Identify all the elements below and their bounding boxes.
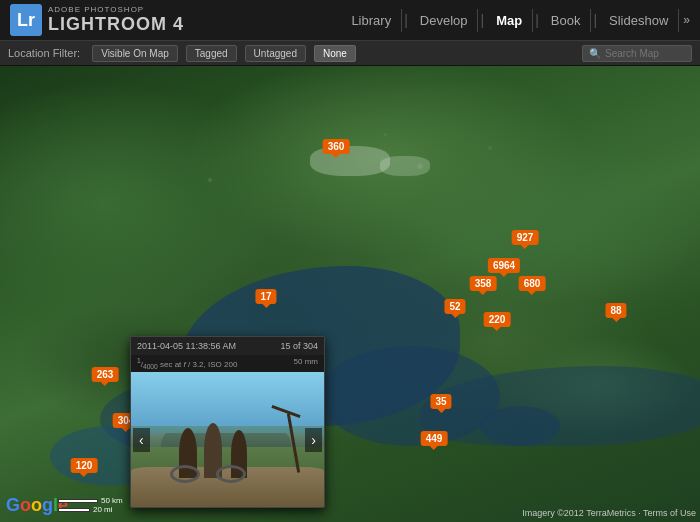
map-pin-35[interactable]: 35	[430, 394, 451, 409]
scale-line-mi	[58, 508, 90, 512]
popup-focal: 50 mm	[294, 357, 318, 370]
photo-popup: 2011-04-05 11:38:56 AM 15 of 304 1/4000 …	[130, 336, 325, 508]
popup-prev-button[interactable]: ‹	[133, 428, 150, 452]
filter-visible-on-map[interactable]: Visible On Map	[92, 45, 178, 62]
scale-bar: 50 km 20 mi	[58, 496, 123, 514]
map-pin-449[interactable]: 449	[421, 431, 448, 446]
popup-header: 2011-04-05 11:38:56 AM 15 of 304	[131, 337, 324, 355]
top-bar: Lr ADOBE PHOTOSHOP LIGHTROOM 4 Library |…	[0, 0, 700, 40]
map-pin-358[interactable]: 358	[470, 276, 497, 291]
map-pin-52[interactable]: 52	[444, 299, 465, 314]
adobe-label: ADOBE PHOTOSHOP	[48, 5, 184, 14]
google-og: g	[42, 495, 53, 515]
filter-label: Location Filter:	[8, 47, 80, 59]
nav-sep-4: |	[591, 12, 599, 28]
map-pin-680[interactable]: 680	[519, 276, 546, 291]
filter-tagged[interactable]: Tagged	[186, 45, 237, 62]
nav-menu: Library | Develop | Map | Book | Slidesh…	[341, 9, 690, 32]
scale-row-km: 50 km	[58, 496, 123, 505]
map-pin-120[interactable]: 120	[71, 458, 98, 473]
app-title-area: ADOBE PHOTOSHOP LIGHTROOM 4	[48, 5, 184, 35]
scale-label-km: 50 km	[101, 496, 123, 505]
map-pin-6964[interactable]: 6964	[488, 258, 520, 273]
popup-next-button[interactable]: ›	[305, 428, 322, 452]
google-o2: o	[31, 495, 42, 515]
scale-line-km	[58, 499, 98, 503]
lr-logo: Lr	[10, 4, 42, 36]
nav-sep-1: |	[402, 12, 410, 28]
search-icon: 🔍	[589, 48, 601, 59]
nav-arrows: »	[679, 13, 690, 27]
attribution-text: Imagery ©2012 TerraMetrics · Terms of Us…	[522, 508, 696, 518]
nav-library[interactable]: Library	[341, 9, 402, 32]
map-attribution: Imagery ©2012 TerraMetrics · Terms of Us…	[522, 508, 696, 518]
nav-map[interactable]: Map	[486, 9, 533, 32]
snow-patch-2	[380, 156, 430, 176]
nav-book[interactable]: Book	[541, 9, 592, 32]
map-pin-360[interactable]: 360	[323, 139, 350, 154]
photo-sim	[131, 372, 324, 507]
map-pin-88[interactable]: 88	[605, 303, 626, 318]
map-pin-220[interactable]: 220	[484, 312, 511, 327]
search-map-area: 🔍	[582, 45, 692, 62]
water-area	[0, 66, 700, 522]
google-o1: o	[20, 495, 31, 515]
nav-sep-3: |	[533, 12, 541, 28]
app-title: LIGHTROOM 4	[48, 14, 184, 35]
search-map-input[interactable]	[605, 48, 685, 59]
scale-row-mi: 20 mi	[58, 505, 123, 514]
popup-meta: 1/4000 sec at f / 3.2, ISO 200 50 mm	[131, 355, 324, 372]
popup-datetime: 2011-04-05 11:38:56 AM	[137, 341, 236, 351]
filter-untagged[interactable]: Untagged	[245, 45, 306, 62]
map-container[interactable]: 360927696435868052220881726330412035449 …	[0, 66, 700, 522]
logo-area: Lr ADOBE PHOTOSHOP LIGHTROOM 4	[10, 4, 184, 36]
scale-label-mi: 20 mi	[93, 505, 113, 514]
nav-develop[interactable]: Develop	[410, 9, 479, 32]
lr-logo-text: Lr	[17, 10, 35, 31]
map-pin-927[interactable]: 927	[512, 230, 539, 245]
map-pin-17[interactable]: 17	[255, 289, 276, 304]
popup-exposure: 1/4000 sec at f / 3.2, ISO 200	[137, 357, 237, 370]
nav-sep-2: |	[478, 12, 486, 28]
filter-none[interactable]: None	[314, 45, 356, 62]
filter-bar: Location Filter: Visible On Map Tagged U…	[0, 40, 700, 66]
google-g: G	[6, 495, 20, 515]
map-pin-263[interactable]: 263	[92, 367, 119, 382]
nav-slideshow[interactable]: Slideshow	[599, 9, 679, 32]
popup-count: 15 of 304	[280, 341, 318, 351]
popup-image-area: ‹ ›	[131, 372, 324, 507]
